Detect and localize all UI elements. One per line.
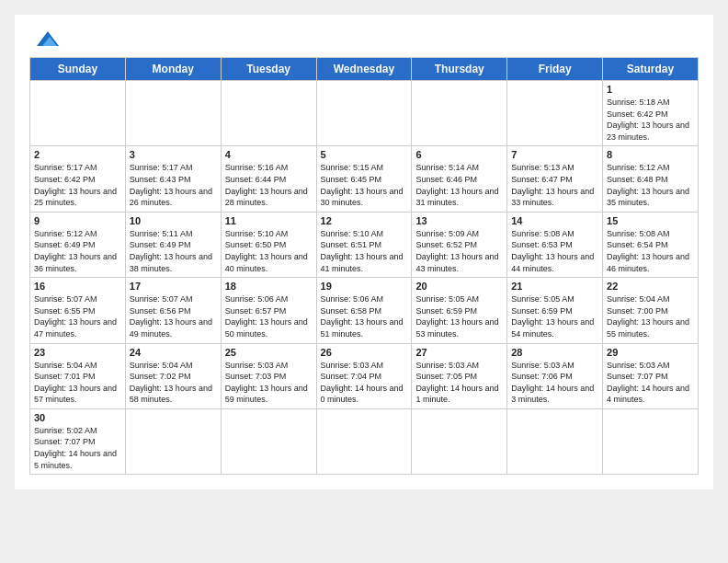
calendar-cell: [221, 408, 316, 474]
calendar-week-1: 2Sunrise: 5:17 AM Sunset: 6:42 PM Daylig…: [30, 146, 699, 212]
calendar-cell: 6Sunrise: 5:14 AM Sunset: 6:46 PM Daylig…: [412, 146, 507, 212]
day-number: 27: [415, 347, 503, 358]
day-header-friday: Friday: [507, 58, 603, 81]
calendar-week-5: 30Sunrise: 5:02 AM Sunset: 7:07 PM Dayli…: [30, 408, 699, 474]
day-number: 23: [34, 347, 121, 358]
calendar-cell: 2Sunrise: 5:17 AM Sunset: 6:42 PM Daylig…: [30, 146, 126, 212]
day-number: 14: [511, 215, 598, 226]
calendar-cell: [507, 81, 603, 146]
day-info: Sunrise: 5:02 AM Sunset: 7:07 PM Dayligh…: [34, 425, 121, 471]
calendar-cell: [125, 81, 221, 146]
day-info: Sunrise: 5:07 AM Sunset: 6:56 PM Dayligh…: [130, 293, 217, 339]
calendar-cell: 30Sunrise: 5:02 AM Sunset: 7:07 PM Dayli…: [30, 408, 126, 474]
day-info: Sunrise: 5:17 AM Sunset: 6:42 PM Dayligh…: [34, 162, 121, 208]
page: SundayMondayTuesdayWednesdayThursdayFrid…: [15, 15, 713, 489]
day-info: Sunrise: 5:03 AM Sunset: 7:07 PM Dayligh…: [607, 360, 694, 406]
calendar-cell: [30, 81, 126, 146]
calendar-cell: 29Sunrise: 5:03 AM Sunset: 7:07 PM Dayli…: [603, 343, 699, 408]
day-info: Sunrise: 5:16 AM Sunset: 6:44 PM Dayligh…: [225, 162, 313, 208]
logo-icon: [33, 29, 63, 50]
calendar-week-0: 1Sunrise: 5:18 AM Sunset: 6:42 PM Daylig…: [30, 81, 699, 146]
day-number: 9: [34, 215, 121, 226]
day-info: Sunrise: 5:12 AM Sunset: 6:49 PM Dayligh…: [34, 228, 121, 274]
calendar-cell: 23Sunrise: 5:04 AM Sunset: 7:01 PM Dayli…: [30, 343, 126, 408]
calendar-cell: [507, 408, 603, 474]
day-info: Sunrise: 5:10 AM Sunset: 6:50 PM Dayligh…: [225, 228, 313, 274]
day-number: 15: [607, 215, 694, 226]
day-header-thursday: Thursday: [412, 58, 507, 81]
day-number: 21: [511, 281, 598, 292]
day-info: Sunrise: 5:04 AM Sunset: 7:01 PM Dayligh…: [34, 360, 121, 406]
calendar-cell: 4Sunrise: 5:16 AM Sunset: 6:44 PM Daylig…: [221, 146, 316, 212]
day-info: Sunrise: 5:03 AM Sunset: 7:06 PM Dayligh…: [511, 360, 598, 406]
day-info: Sunrise: 5:18 AM Sunset: 6:42 PM Dayligh…: [607, 97, 694, 143]
calendar-cell: 9Sunrise: 5:12 AM Sunset: 6:49 PM Daylig…: [30, 212, 126, 277]
day-number: 10: [130, 215, 217, 226]
calendar-cell: 13Sunrise: 5:09 AM Sunset: 6:52 PM Dayli…: [412, 212, 507, 277]
calendar-cell: 17Sunrise: 5:07 AM Sunset: 6:56 PM Dayli…: [125, 278, 221, 343]
day-info: Sunrise: 5:15 AM Sunset: 6:45 PM Dayligh…: [321, 162, 408, 208]
day-number: 29: [607, 347, 694, 358]
calendar-cell: 1Sunrise: 5:18 AM Sunset: 6:42 PM Daylig…: [603, 81, 699, 146]
calendar-cell: 26Sunrise: 5:03 AM Sunset: 7:04 PM Dayli…: [316, 343, 412, 408]
day-header-monday: Monday: [125, 58, 221, 81]
calendar-cell: [603, 408, 699, 474]
day-info: Sunrise: 5:05 AM Sunset: 6:59 PM Dayligh…: [511, 293, 598, 339]
calendar-cell: 8Sunrise: 5:12 AM Sunset: 6:48 PM Daylig…: [603, 146, 699, 212]
calendar-cell: 7Sunrise: 5:13 AM Sunset: 6:47 PM Daylig…: [507, 146, 603, 212]
day-info: Sunrise: 5:03 AM Sunset: 7:04 PM Dayligh…: [321, 360, 408, 406]
calendar-week-2: 9Sunrise: 5:12 AM Sunset: 6:49 PM Daylig…: [30, 212, 699, 277]
calendar-cell: 14Sunrise: 5:08 AM Sunset: 6:53 PM Dayli…: [507, 212, 603, 277]
logo: [29, 29, 63, 50]
day-info: Sunrise: 5:10 AM Sunset: 6:51 PM Dayligh…: [321, 228, 408, 274]
calendar-cell: 27Sunrise: 5:03 AM Sunset: 7:05 PM Dayli…: [412, 343, 507, 408]
day-number: 7: [511, 149, 598, 160]
day-number: 19: [321, 281, 408, 292]
day-info: Sunrise: 5:08 AM Sunset: 6:54 PM Dayligh…: [607, 228, 694, 274]
header: [29, 29, 699, 50]
day-info: Sunrise: 5:06 AM Sunset: 6:58 PM Dayligh…: [321, 293, 408, 339]
calendar-cell: 12Sunrise: 5:10 AM Sunset: 6:51 PM Dayli…: [316, 212, 412, 277]
calendar-cell: 18Sunrise: 5:06 AM Sunset: 6:57 PM Dayli…: [221, 278, 316, 343]
calendar-header: SundayMondayTuesdayWednesdayThursdayFrid…: [30, 58, 699, 81]
day-info: Sunrise: 5:04 AM Sunset: 7:02 PM Dayligh…: [130, 360, 217, 406]
day-info: Sunrise: 5:06 AM Sunset: 6:57 PM Dayligh…: [225, 293, 313, 339]
day-number: 12: [321, 215, 408, 226]
calendar-cell: 5Sunrise: 5:15 AM Sunset: 6:45 PM Daylig…: [316, 146, 412, 212]
day-number: 24: [130, 347, 217, 358]
day-number: 20: [415, 281, 503, 292]
day-info: Sunrise: 5:03 AM Sunset: 7:05 PM Dayligh…: [415, 360, 503, 406]
day-info: Sunrise: 5:13 AM Sunset: 6:47 PM Dayligh…: [511, 162, 598, 208]
logo-text: [29, 29, 63, 50]
calendar-cell: 24Sunrise: 5:04 AM Sunset: 7:02 PM Dayli…: [125, 343, 221, 408]
day-number: 2: [34, 149, 121, 160]
calendar-body: 1Sunrise: 5:18 AM Sunset: 6:42 PM Daylig…: [30, 81, 699, 475]
day-number: 22: [607, 281, 694, 292]
calendar-cell: 10Sunrise: 5:11 AM Sunset: 6:49 PM Dayli…: [125, 212, 221, 277]
day-number: 18: [225, 281, 313, 292]
day-info: Sunrise: 5:04 AM Sunset: 7:00 PM Dayligh…: [607, 293, 694, 339]
day-number: 25: [225, 347, 313, 358]
calendar-cell: 16Sunrise: 5:07 AM Sunset: 6:55 PM Dayli…: [30, 278, 126, 343]
calendar-cell: 20Sunrise: 5:05 AM Sunset: 6:59 PM Dayli…: [412, 278, 507, 343]
day-info: Sunrise: 5:09 AM Sunset: 6:52 PM Dayligh…: [415, 228, 503, 274]
day-header-tuesday: Tuesday: [221, 58, 316, 81]
calendar-table: SundayMondayTuesdayWednesdayThursdayFrid…: [29, 57, 699, 475]
day-info: Sunrise: 5:17 AM Sunset: 6:43 PM Dayligh…: [130, 162, 217, 208]
day-number: 28: [511, 347, 598, 358]
day-info: Sunrise: 5:03 AM Sunset: 7:03 PM Dayligh…: [225, 360, 313, 406]
day-number: 5: [321, 149, 408, 160]
calendar-cell: 15Sunrise: 5:08 AM Sunset: 6:54 PM Dayli…: [603, 212, 699, 277]
day-number: 4: [225, 149, 313, 160]
day-info: Sunrise: 5:08 AM Sunset: 6:53 PM Dayligh…: [511, 228, 598, 274]
day-info: Sunrise: 5:07 AM Sunset: 6:55 PM Dayligh…: [34, 293, 121, 339]
calendar-cell: [316, 408, 412, 474]
calendar-cell: 19Sunrise: 5:06 AM Sunset: 6:58 PM Dayli…: [316, 278, 412, 343]
calendar-cell: [412, 81, 507, 146]
calendar-cell: 28Sunrise: 5:03 AM Sunset: 7:06 PM Dayli…: [507, 343, 603, 408]
day-number: 26: [321, 347, 408, 358]
day-number: 8: [607, 149, 694, 160]
calendar-cell: 11Sunrise: 5:10 AM Sunset: 6:50 PM Dayli…: [221, 212, 316, 277]
calendar-cell: [316, 81, 412, 146]
calendar-week-4: 23Sunrise: 5:04 AM Sunset: 7:01 PM Dayli…: [30, 343, 699, 408]
